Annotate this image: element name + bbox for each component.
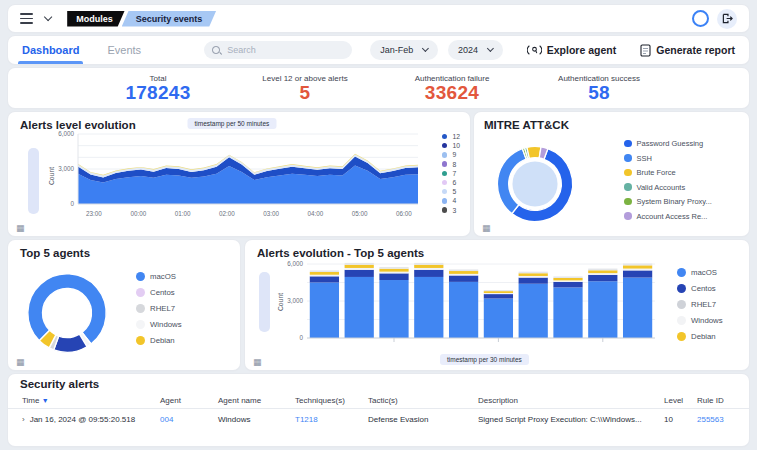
legend-dot — [442, 180, 448, 186]
legend-dot — [677, 316, 686, 325]
row-expand-icon[interactable]: › — [22, 415, 25, 424]
legend-item-macos[interactable]: macOS — [677, 268, 723, 277]
col-agent-name[interactable]: Agent name — [218, 396, 295, 405]
y-axis-brush[interactable] — [259, 272, 270, 332]
inspect-table-icon[interactable]: ▦ — [16, 358, 25, 367]
legend-item-3[interactable]: 3 — [442, 207, 460, 214]
stat-value[interactable]: 178243 — [125, 83, 190, 103]
svg-text:3,000: 3,000 — [58, 165, 74, 172]
explore-agent-label: Explore agent — [547, 44, 616, 56]
inspect-table-icon[interactable]: ▦ — [16, 224, 25, 233]
legend-item-valid-accounts[interactable]: Valid Accounts — [624, 183, 712, 192]
explore-agent-button[interactable]: Explore agent — [527, 44, 616, 56]
tab-events[interactable]: Events — [107, 36, 141, 64]
legend-dot — [442, 189, 448, 195]
legend-item-8[interactable]: 8 — [442, 161, 460, 168]
legend-item-windows[interactable]: Windows — [677, 316, 723, 325]
agent-link[interactable]: 004 — [160, 415, 218, 424]
search-box[interactable] — [204, 41, 352, 59]
area-chart[interactable]: 03,0006,00023:0000:0001:0002:0003:0004:0… — [44, 130, 424, 230]
legend-label: 5 — [452, 188, 456, 195]
legend-item-6[interactable]: 6 — [442, 179, 460, 186]
legend-label: 7 — [452, 170, 456, 177]
svg-text:03:00: 03:00 — [263, 210, 279, 217]
cell-time: ›Jan 16, 2024 @ 09:55:20.518 — [22, 415, 160, 424]
legend-item-password-guessing[interactable]: Password Guessing — [624, 139, 712, 148]
sort-desc-icon[interactable]: ▼ — [42, 397, 49, 404]
timestamp-badge: timestamp per 30 minutes — [440, 354, 529, 365]
generate-report-button[interactable]: Generate report — [640, 44, 735, 57]
legend-dot — [136, 304, 145, 313]
legend-label: Centos — [691, 284, 716, 293]
stat-level-12: Level 12 or above alerts 5 — [250, 74, 360, 103]
svg-text:Count: Count — [277, 293, 284, 311]
legend-item-4[interactable]: 4 — [442, 197, 460, 204]
legend-dot — [442, 152, 448, 158]
legend-label: Windows — [691, 316, 723, 325]
legend-item-10[interactable]: 10 — [442, 142, 460, 149]
logout-button[interactable] — [717, 9, 737, 29]
legend-label: Debian — [150, 336, 175, 345]
year-value: 2024 — [458, 45, 478, 55]
legend-item-9[interactable]: 9 — [442, 151, 460, 158]
legend-item-windows[interactable]: Windows — [136, 320, 182, 329]
col-tactic[interactable]: Tactic(s) — [368, 396, 478, 405]
legend-item-5[interactable]: 5 — [442, 188, 460, 195]
legend-item-debian[interactable]: Debian — [136, 336, 182, 345]
table-row[interactable]: ›Jan 16, 2024 @ 09:55:20.518 004 Windows… — [22, 415, 745, 424]
stat-value[interactable]: 33624 — [425, 83, 479, 103]
legend-dot — [677, 268, 686, 277]
col-level[interactable]: Level — [664, 396, 697, 405]
stacked-bar-chart[interactable]: 03,0006,000Count — [273, 258, 663, 362]
search-input[interactable] — [225, 44, 329, 56]
legend-item-system-binary-proxy-[interactable]: System Binary Proxy... — [624, 197, 712, 206]
agents-donut-chart[interactable] — [18, 264, 116, 362]
legend-item-debian[interactable]: Debian — [677, 332, 723, 341]
month-range-select[interactable]: Jan-Feb — [370, 40, 438, 60]
legend-item-7[interactable]: 7 — [442, 170, 460, 177]
chevron-down-icon[interactable] — [44, 13, 53, 22]
inspect-table-icon[interactable]: ▦ — [253, 358, 262, 367]
y-axis-brush[interactable] — [28, 148, 39, 214]
legend-item-centos[interactable]: Centos — [136, 288, 182, 297]
chevron-down-icon — [487, 45, 494, 52]
legend-dot — [624, 212, 632, 220]
col-techniques[interactable]: Techniques(s) — [295, 396, 368, 405]
tab-dashboard[interactable]: Dashboard — [22, 36, 79, 64]
stat-value[interactable]: 5 — [300, 83, 311, 103]
legend-item-brute-force[interactable]: Brute Force — [624, 168, 712, 177]
chevron-down-icon — [422, 45, 429, 52]
panel-title: MITRE ATT&CK — [484, 119, 569, 131]
legend-dot — [624, 154, 632, 162]
inspect-table-icon[interactable]: ▦ — [482, 224, 491, 233]
legend-label: macOS — [691, 268, 717, 277]
legend-item-rhel7[interactable]: RHEL7 — [677, 300, 723, 309]
chart-legend: Password GuessingSSHBrute ForceValid Acc… — [624, 139, 712, 221]
legend-dot — [442, 161, 448, 167]
app-status-icon[interactable] — [692, 10, 709, 27]
breadcrumb-modules[interactable]: Modules — [67, 11, 125, 27]
legend-label: RHEL7 — [150, 304, 175, 313]
stat-value[interactable]: 58 — [588, 83, 610, 103]
rule-id-link[interactable]: 255563 — [697, 415, 745, 424]
legend-item-centos[interactable]: Centos — [677, 284, 723, 293]
legend-label: Brute Force — [637, 168, 676, 177]
legend-dot — [677, 284, 686, 293]
col-agent[interactable]: Agent — [160, 396, 218, 405]
legend-item-macos[interactable]: macOS — [136, 272, 182, 281]
col-description[interactable]: Description — [478, 396, 664, 405]
top-bar: Modules Security events — [8, 5, 749, 32]
col-time[interactable]: Time ▼ — [22, 396, 160, 405]
legend-item-ssh[interactable]: SSH — [624, 154, 712, 163]
technique-link[interactable]: T1218 — [295, 415, 368, 424]
year-select[interactable]: 2024 — [448, 40, 503, 60]
legend-item-rhel7[interactable]: RHEL7 — [136, 304, 182, 313]
legend-item-account-access-re-[interactable]: Account Access Re... — [624, 212, 712, 221]
mitre-donut-chart[interactable] — [488, 137, 582, 231]
col-rule-id[interactable]: Rule ID — [697, 396, 745, 405]
breadcrumb-security-events[interactable]: Security events — [122, 11, 217, 27]
svg-text:0: 0 — [299, 334, 303, 341]
breadcrumb: Modules Security events — [67, 11, 216, 27]
legend-item-12[interactable]: 12 — [442, 133, 460, 140]
menu-icon[interactable] — [20, 13, 33, 23]
